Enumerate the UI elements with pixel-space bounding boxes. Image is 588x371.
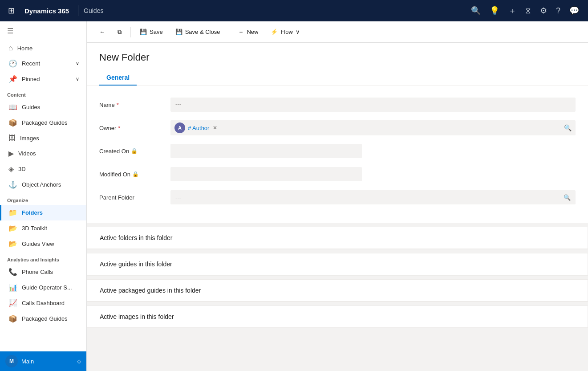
back-icon: ← [99, 29, 105, 35]
sidebar-home-label: Home [17, 45, 33, 52]
flow-icon: ⚡ [271, 29, 278, 35]
flow-chevron-icon: ∨ [296, 29, 300, 35]
flow-button[interactable]: ⚡ Flow ∨ [265, 26, 305, 38]
sidebar-guide-operator-label: Guide Operator S... [22, 284, 72, 291]
created-on-input [170, 144, 362, 158]
content-area: ← ⧉ 💾 Save 💾 Save & Close ＋ New ⚡ Flow [87, 21, 588, 371]
sidebar-item-videos[interactable]: ▶ Videos [0, 146, 86, 161]
popout-icon: ⧉ [118, 29, 122, 36]
form-title: New Folder [99, 52, 576, 63]
name-required: * [117, 102, 119, 108]
toolbar: ← ⧉ 💾 Save 💾 Save & Close ＋ New ⚡ Flow [87, 21, 588, 43]
sidebar-3d-toolkit-label: 3D Toolkit [22, 225, 47, 232]
sidebar-item-home[interactable]: ⌂ Home [0, 41, 86, 56]
owner-field[interactable]: A # Author ✕ 🔍 [170, 120, 576, 135]
sidebar-3d-label: 3D [18, 166, 26, 172]
parent-folder-value: --- [175, 194, 181, 201]
save-icon: 💾 [140, 29, 147, 35]
sidebar-item-packaged-guides[interactable]: 📦 Packaged Guides [0, 115, 86, 130]
sidebar-section-analytics: Analytics and Insights [0, 252, 86, 264]
modified-on-lock-icon: 🔒 [132, 171, 139, 177]
sidebar-item-object-anchors[interactable]: ⚓ Object Anchors [0, 177, 86, 192]
parent-folder-field[interactable]: --- 🔍 [170, 190, 576, 204]
created-on-lock-icon: 🔒 [131, 148, 138, 154]
nav-icons-group: 🔍 💡 ＋ ⧖ ⚙ ? 💬 [467, 3, 583, 19]
form-scroll-area: New Folder General Name * --- [87, 43, 588, 371]
popout-button[interactable]: ⧉ [112, 26, 127, 38]
sidebar-section-content: Content [0, 87, 86, 99]
phone-calls-icon: 📞 [8, 268, 17, 276]
pin-icon: 📌 [8, 75, 17, 83]
save-close-icon: 💾 [175, 29, 182, 35]
sidebar-item-3d-toolkit[interactable]: 📂 3D Toolkit [0, 220, 86, 236]
home-icon: ⌂ [8, 44, 13, 52]
form-header: New Folder General [87, 43, 588, 86]
folders-icon: 📁 [8, 208, 17, 217]
sidebar-item-3d[interactable]: ◈ 3D [0, 161, 86, 177]
sidebar-item-recent[interactable]: 🕐 Recent ∨ [0, 56, 86, 71]
videos-icon: ▶ [8, 149, 14, 158]
guides-icon: 📖 [8, 103, 17, 111]
parent-folder-row: Parent Folder --- 🔍 [99, 189, 576, 205]
active-images-section: Active images in this folder [87, 306, 588, 328]
sidebar-item-guides[interactable]: 📖 Guides [0, 99, 86, 115]
sidebar-item-images[interactable]: 🖼 Images [0, 130, 86, 146]
new-icon: ＋ [238, 28, 244, 36]
name-row: Name * --- [99, 97, 576, 113]
sidebar-item-calls-dashboard[interactable]: 📈 Calls Dashboard [0, 295, 86, 311]
sidebar-item-pinned[interactable]: 📌 Pinned ∨ [0, 71, 86, 87]
owner-name-link[interactable]: # Author [188, 125, 209, 131]
packaged-guides-icon: 📦 [8, 118, 17, 127]
top-navigation: ⊞ Dynamics 365 Guides 🔍 💡 ＋ ⧖ ⚙ ? 💬 [0, 0, 588, 21]
save-label: Save [150, 29, 163, 35]
sidebar-item-guide-operator[interactable]: 📊 Guide Operator S... [0, 280, 86, 295]
sidebar-section-organize: Organize [0, 192, 86, 205]
guide-operator-icon: 📊 [8, 283, 17, 292]
sidebar-item-folders[interactable]: 📁 Folders [0, 205, 86, 220]
sidebar-guides-label: Guides [22, 104, 40, 110]
sidebar-item-packaged-guides-2[interactable]: 📦 Packaged Guides [0, 311, 86, 326]
active-folders-section: Active folders in this folder [87, 227, 588, 249]
help-icon[interactable]: ? [552, 4, 564, 18]
sidebar-item-phone-calls[interactable]: 📞 Phone Calls [0, 264, 86, 280]
created-on-label: Created On 🔒 [99, 148, 170, 155]
search-icon[interactable]: 🔍 [467, 3, 484, 18]
filter-icon[interactable]: ⧖ [522, 4, 535, 18]
sidebar-packaged-guides-label: Packaged Guides [22, 119, 68, 126]
owner-search-icon[interactable]: 🔍 [564, 124, 572, 131]
sidebar-object-anchors-label: Object Anchors [22, 181, 61, 188]
tab-general[interactable]: General [99, 70, 137, 86]
lightbulb-icon[interactable]: 💡 [486, 3, 503, 18]
parent-folder-search-icon[interactable]: 🔍 [564, 194, 571, 201]
toolbar-separator-2 [229, 27, 229, 37]
nav-divider [78, 5, 78, 16]
save-button[interactable]: 💾 Save [134, 26, 168, 38]
active-packaged-guides-section: Active packaged guides in this folder [87, 279, 588, 302]
sidebar-hamburger[interactable]: ☰ [0, 21, 86, 41]
save-close-label: Save & Close [185, 29, 220, 35]
main-avatar: M [5, 355, 18, 367]
add-icon[interactable]: ＋ [505, 3, 520, 19]
settings-icon[interactable]: ⚙ [536, 3, 551, 18]
module-title: Guides [84, 7, 103, 14]
back-button[interactable]: ← [94, 26, 110, 38]
owner-remove-button[interactable]: ✕ [213, 125, 217, 131]
new-button[interactable]: ＋ New [233, 25, 264, 39]
flow-label: Flow [280, 29, 292, 35]
sidebar-bottom-main[interactable]: M Main ◇ [0, 351, 86, 371]
active-images-header: Active images in this folder [87, 306, 588, 328]
sidebar-pinned-label: Pinned [22, 76, 40, 82]
toolbar-separator-1 [130, 27, 131, 37]
active-folders-header: Active folders in this folder [87, 227, 588, 249]
save-close-button[interactable]: 💾 Save & Close [170, 26, 226, 38]
sidebar-images-label: Images [20, 135, 39, 142]
app-grid-icon[interactable]: ⊞ [5, 3, 17, 18]
name-label: Name * [99, 102, 170, 108]
parent-folder-label: Parent Folder [99, 194, 170, 201]
owner-row: Owner * A # Author ✕ 🔍 [99, 120, 576, 136]
sidebar-item-guides-view[interactable]: 📂 Guides View [0, 236, 86, 252]
sidebar-guides-view-label: Guides View [22, 241, 54, 247]
name-input[interactable]: --- [170, 98, 576, 112]
chat-icon[interactable]: 💬 [566, 3, 583, 18]
sidebar: ☰ ⌂ Home 🕐 Recent ∨ 📌 Pinned ∨ Content 📖… [0, 21, 87, 371]
